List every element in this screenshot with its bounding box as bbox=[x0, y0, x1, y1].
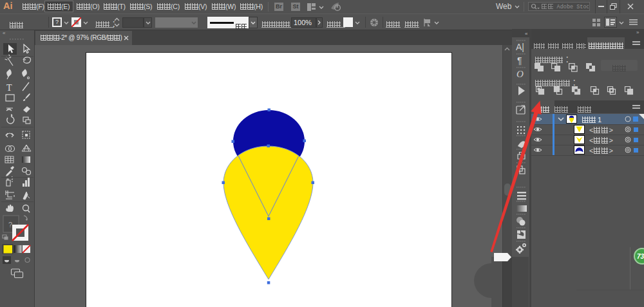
svg-text:73: 73 bbox=[637, 253, 644, 260]
